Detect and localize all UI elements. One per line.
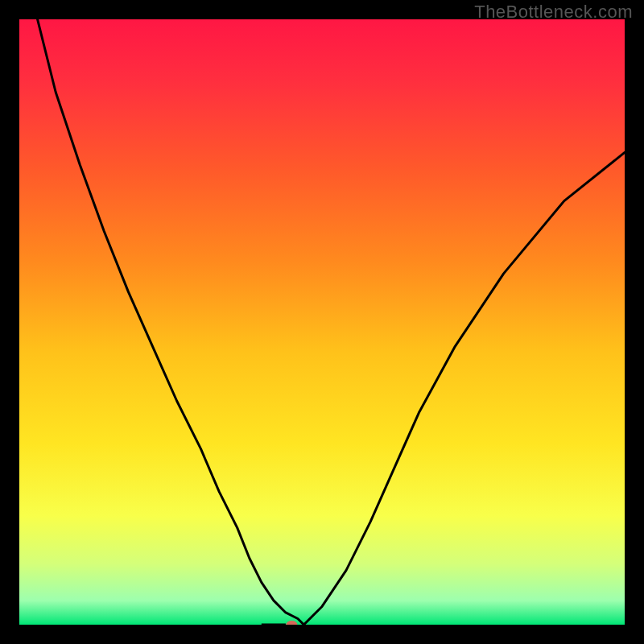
chart-frame: TheBottleneck.com <box>0 0 644 644</box>
chart-svg <box>19 19 625 625</box>
watermark-text: TheBottleneck.com <box>474 2 633 23</box>
plot-area <box>19 19 625 625</box>
gradient-background <box>19 19 625 625</box>
